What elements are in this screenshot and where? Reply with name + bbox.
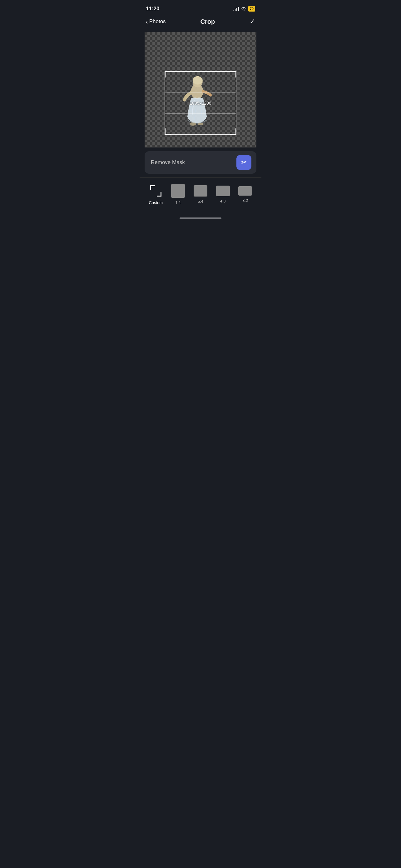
remove-mask-bar: Remove Mask ✂ (144, 151, 257, 174)
aspect-label-5x4: 5:4 (198, 199, 203, 204)
status-time: 11:20 (146, 6, 159, 12)
crop-region[interactable]: 1005x1206 (165, 71, 236, 135)
signal-bar-3 (236, 8, 237, 11)
aspect-ratio-3x2[interactable]: 3:2 (236, 186, 255, 203)
aspect-ratio-1x1[interactable]: 1:1 (169, 184, 188, 205)
aspect-box-3x2 (238, 186, 252, 195)
signal-bar-2 (235, 9, 236, 11)
signal-icon (233, 6, 239, 11)
custom-icon (149, 184, 163, 198)
page-title: Crop (200, 18, 215, 25)
aspect-label-1x1: 1:1 (175, 200, 181, 205)
signal-bar-1 (233, 10, 234, 11)
back-button[interactable]: ‹ Photos (146, 18, 166, 25)
status-bar: 11:20 79 (140, 0, 261, 16)
crop-grid-h2 (165, 114, 235, 114)
wifi-icon (241, 7, 246, 11)
crop-grid-h1 (165, 92, 235, 93)
crop-handle-top-right[interactable] (230, 71, 236, 78)
scissors-button[interactable]: ✂ (236, 155, 252, 170)
remove-mask-label: Remove Mask (151, 159, 233, 165)
aspect-label-3x2: 3:2 (242, 198, 248, 203)
done-button[interactable]: ✓ (249, 18, 255, 26)
crop-grid-v2 (212, 72, 212, 134)
scissors-icon: ✂ (241, 158, 247, 166)
aspect-box-5x4 (194, 185, 207, 196)
crop-handle-bottom-left[interactable] (165, 128, 171, 135)
battery-level: 79 (250, 7, 254, 11)
aspect-ratio-bar: Custom 1:1 5:4 4:3 3:2 (140, 178, 261, 214)
crop-handle-bottom-right[interactable] (230, 128, 236, 135)
aspect-box-1x1 (171, 184, 185, 198)
back-chevron-icon: ‹ (146, 18, 148, 25)
battery-icon: 79 (248, 6, 255, 11)
aspect-box-4x3 (216, 186, 230, 196)
home-indicator (179, 217, 222, 219)
signal-bar-4 (238, 7, 239, 11)
status-icons: 79 (233, 6, 255, 11)
canvas-area: 1005x1206 (144, 32, 257, 148)
aspect-ratio-5x4[interactable]: 5:4 (191, 185, 210, 204)
aspect-ratio-custom[interactable]: Custom (146, 184, 165, 205)
crop-dimensions-label: 1005x1206 (190, 101, 211, 105)
crop-grid-v1 (189, 72, 189, 134)
custom-corners-icon (150, 185, 162, 196)
aspect-label-custom: Custom (149, 200, 163, 205)
back-label: Photos (149, 19, 166, 25)
aspect-ratio-4x3[interactable]: 4:3 (213, 186, 232, 204)
nav-bar: ‹ Photos Crop ✓ (140, 16, 261, 29)
aspect-label-4x3: 4:3 (220, 199, 226, 204)
crop-handle-top-left[interactable] (165, 71, 171, 78)
